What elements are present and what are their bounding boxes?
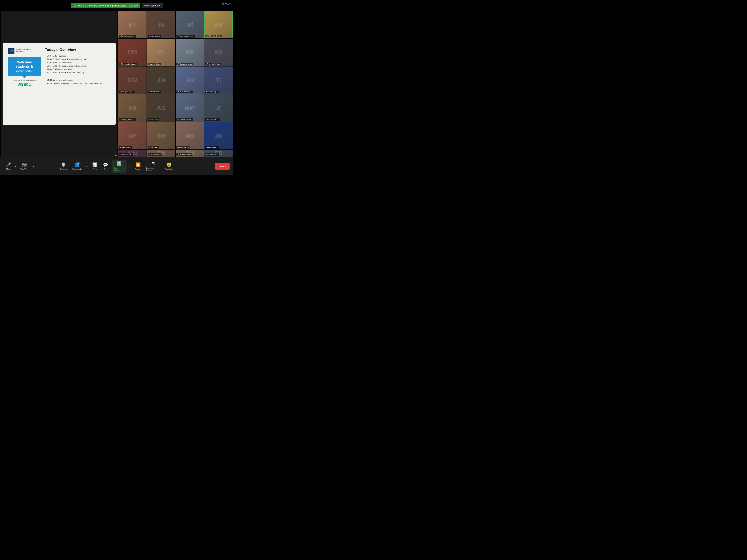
participant-name: Troy (he/him), ... [205,90,219,93]
video-tile[interactable]: BM🎤 Brittany Murphy [176,150,204,157]
camera-icon: 📷 [22,162,27,167]
participant-name: Jack (Chien Hu... [205,118,220,121]
top-bar: 🔊 You are viewing Office of Strategic Pa… [0,0,233,11]
participant-name: 🎤 Ashley R (She/... [119,118,136,121]
video-tile[interactable]: J(Jack (Chien Hu... [204,94,233,122]
welcome-box: Welcome students & volunteers! [8,57,41,76]
participants-chevron[interactable]: ▲ [85,164,89,168]
chat-button[interactable]: 💬 Chat [101,161,110,172]
reactions-label: Reactions [165,168,173,170]
video-tile[interactable]: T(Troy (he/him), ... [204,66,233,94]
slide-right: Today's Overview 5:00 – 5:05 – Welcome5:… [45,48,110,120]
screen-share-banner: 🔊 You are viewing Office of Strategic Pa… [71,3,140,8]
share-screen-chevron[interactable]: ▲ [128,164,132,168]
chat-label: Chat [104,168,107,170]
participant-name: 🎤 Dr. Martin, Gates... [119,63,137,65]
participants-button[interactable]: 👥 35 Participants [70,161,83,172]
video-tile[interactable]: JNJessica Norouzi [147,11,175,38]
video-tile[interactable]: DM🎤 Dr. Martin, Gates... [118,39,147,66]
video-tile[interactable]: JMJenn Maglalan... [204,122,233,150]
polls-button[interactable]: 📊 Polls [90,161,100,172]
microphone-icon: 🎤 [6,162,11,167]
breakout-rooms-button[interactable]: ⊞ Breakout Rooms [144,160,162,172]
scroll-down-indicator[interactable]: ⌄ [115,153,117,157]
security-label: Security [60,168,67,170]
reactions-button[interactable]: 😊 Reactions [163,161,175,172]
video-tile[interactable]: EDEdenkeo Duan... [204,150,233,157]
participant-name: 🎤 Joey Wunderli... [176,90,193,93]
view-options-label: View Options [144,4,158,7]
mute-chevron[interactable]: ▲ [14,164,18,168]
school-name: SEATTLE CENTRAL COLLEGE [16,49,31,53]
video-tile[interactable]: AR🎤 Ashley R (She/... [118,94,147,122]
participants-icon-container: 👥 35 [74,162,79,167]
share-screen-button[interactable]: ⬆️ Share Screen [112,160,127,172]
participant-name: Jenn Maglalan... [205,146,219,149]
view-options-button[interactable]: View Options ▾ [142,3,163,8]
sponsor-text: Thank you to our event sponsor: WSECU [8,80,41,87]
video-tile[interactable]: MW🎤 Michael Waddi... [176,94,204,122]
video-tile[interactable]: M(🎤 Mark (he/him) Fin... [176,11,204,38]
video-tile[interactable]: APAraceli Peredo [118,122,147,150]
schedule-item: 5:05 – 5:20 – Session 1 (randomly assign… [45,58,110,60]
note-item: 14:00 timer at top of screen [45,79,110,81]
participant-name: 🎤 Bonnie Rydma... [176,63,193,65]
security-button[interactable]: 🛡️ Security [58,161,69,172]
record-label: Record [135,168,141,170]
participant-name: Maryam Nurali... [119,153,133,156]
polls-label: Polls [93,168,97,170]
stop-video-button[interactable]: 📷 Stop Video [18,161,31,172]
view-button[interactable]: ⊞ View [222,3,230,5]
participants-label: Participants [72,168,82,170]
toolbar-right: Leave [215,163,230,170]
leave-button[interactable]: Leave [215,163,230,170]
toolbar: 🎤 Mute ▲ 📷 Stop Video ▲ 🛡️ Security 👥 35… [0,157,233,175]
toolbar-center: 🛡️ Security 👥 35 Participants ▲ 📊 Polls … [58,160,175,172]
chevron-down-icon: ▾ [159,4,160,7]
participant-name: 🎤 Emily Thurston... [119,35,136,37]
participant-name: 🎤 Kim Duffy-VP,... [205,63,221,65]
video-tile[interactable]: CW🎤 Chiquita Wrig... [118,66,147,94]
video-tile[interactable]: TW🎤 Trish Warner [147,150,175,157]
chat-icon: 💬 [103,162,108,167]
video-chevron[interactable]: ▲ [32,164,35,168]
logo-icon: SCC [8,48,15,54]
participant-name: 🎤 Chiquita Wrig... [119,90,135,93]
note-item: 60 seconds to wrap up conversations once… [45,82,110,84]
video-tile[interactable]: KD🎤 Kim Duffy-VP,... [204,39,233,66]
video-tile[interactable]: ET🎤 Emily Thurston... [118,11,147,38]
view-label: View [225,3,230,5]
banner-text: You are viewing Office of Strategic Part… [78,4,138,7]
participant-name: Araceli Peredo [119,146,132,149]
video-tile[interactable]: RWRita Walters [147,122,175,150]
record-icon: ⏺️ [136,162,140,167]
share-screen-label: Share Screen [113,167,125,171]
video-tile[interactable]: MSMekela Spence [176,122,204,150]
notes-list: 14:00 timer at top of screen60 seconds t… [45,79,110,84]
video-grid: ET🎤 Emily Thurston...JNJessica NorouziM(… [118,11,233,157]
record-button[interactable]: ⏺️ Record [133,161,143,172]
video-tile[interactable]: JW🎤 Joey Wunderli... [176,66,204,94]
breakout-rooms-icon: ⊞ [151,161,155,166]
video-tile[interactable]: VLVivian Li - Mic... [147,39,175,66]
shield-icon: 🛡️ [61,162,66,167]
video-tile[interactable]: ASAlbert Smalls [147,94,175,122]
participant-count: 35 [76,162,80,164]
participant-name: Jessica Norouzi [148,35,161,37]
video-tile[interactable]: JMJustin McCaffr... [147,66,175,94]
toolbar-left: 🎤 Mute ▲ 📷 Stop Video ▲ [4,161,35,172]
participant-name: Mekela Spence [176,146,190,149]
participant-name: 🎤 Michael Waddi... [176,118,193,121]
schedule-item: 5:00 – 5:05 – Welcome [45,55,110,57]
video-tile[interactable]: MNMaryam Nurali... [118,150,147,157]
participant-name: 🎤 Brittany Murphy [176,153,192,156]
mute-button[interactable]: 🎤 Mute [4,161,13,172]
video-tile[interactable]: BR🎤 Bonnie Rydma... [176,39,204,66]
chevron-down-icon: ⌄ [115,154,117,157]
breakout-rooms-label: Breakout Rooms [146,167,160,171]
reactions-icon: 😊 [166,162,172,167]
video-tile[interactable]: ASAK Sterling, Seattl... [204,11,233,38]
share-screen-icon: ⬆️ [117,161,122,166]
main-area: SCC SEATTLE CENTRAL COLLEGE Welcome stud… [0,10,233,157]
slide-left: SCC SEATTLE CENTRAL COLLEGE Welcome stud… [8,48,41,120]
